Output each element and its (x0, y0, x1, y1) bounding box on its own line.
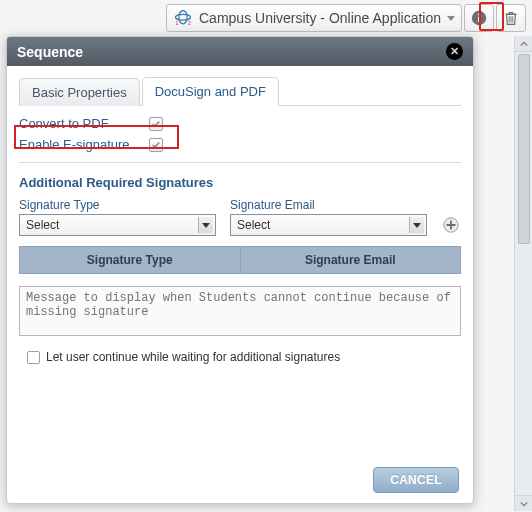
svg-rect-6 (478, 14, 480, 16)
scroll-up-arrow[interactable] (515, 36, 532, 52)
convert-pdf-label: Convert to PDF (19, 116, 149, 131)
check-icon (151, 119, 161, 129)
signature-email-select[interactable]: Select (230, 214, 427, 236)
plus-circle-icon (442, 216, 460, 234)
cancel-button-label: CANCEL (390, 473, 442, 487)
svg-rect-5 (478, 17, 480, 22)
svg-point-0 (179, 11, 187, 24)
tab-docusign-pdf[interactable]: DocuSign and PDF (142, 77, 279, 106)
delete-button[interactable] (496, 4, 526, 32)
row-let-user-continue: Let user continue while waiting for addi… (19, 350, 461, 364)
add-signature-button[interactable] (441, 215, 461, 235)
trash-icon (502, 9, 520, 27)
info-button[interactable] (464, 4, 494, 32)
signature-type-column: Signature Type Select (19, 198, 216, 236)
let-user-continue-checkbox[interactable] (27, 351, 40, 364)
page-title-dropdown[interactable]: 1 2 Campus University - Online Applicati… (166, 4, 462, 32)
dialog-header: Sequence ✕ (7, 37, 473, 66)
app-logo-icon: 1 2 (173, 10, 193, 26)
signature-email-value: Select (237, 218, 270, 232)
check-icon (151, 140, 161, 150)
tab-label: DocuSign and PDF (155, 84, 266, 99)
signature-email-label: Signature Email (230, 198, 427, 212)
dialog-body: Basic Properties DocuSign and PDF Conver… (7, 66, 473, 457)
top-toolbar: 1 2 Campus University - Online Applicati… (166, 4, 526, 32)
signatures-table-header: Signature Type Signature Email (19, 246, 461, 274)
signature-type-label: Signature Type (19, 198, 216, 212)
info-icon (470, 9, 488, 27)
page-title: Campus University - Online Application (199, 10, 441, 26)
dialog-footer: CANCEL (7, 457, 473, 503)
th-signature-email: Signature Email (241, 247, 461, 273)
tab-label: Basic Properties (32, 85, 127, 100)
dialog-title: Sequence (17, 44, 83, 60)
tab-basic-properties[interactable]: Basic Properties (19, 78, 140, 106)
missing-signature-message[interactable] (19, 286, 461, 336)
scroll-thumb[interactable] (518, 54, 530, 244)
svg-text:2: 2 (188, 20, 191, 26)
sequence-dialog: Sequence ✕ Basic Properties DocuSign and… (6, 36, 474, 504)
let-user-continue-label: Let user continue while waiting for addi… (46, 350, 340, 364)
signature-type-value: Select (26, 218, 59, 232)
enable-esignature-label: Enable E-signature (19, 137, 149, 152)
cancel-button[interactable]: CANCEL (373, 467, 459, 493)
row-convert-pdf: Convert to PDF (19, 116, 461, 131)
svg-text:1: 1 (176, 20, 179, 26)
page-scrollbar[interactable] (514, 36, 532, 511)
signature-type-select[interactable]: Select (19, 214, 216, 236)
th-signature-type: Signature Type (20, 247, 241, 273)
signature-email-column: Signature Email Select (230, 198, 427, 236)
enable-esignature-checkbox[interactable] (149, 138, 163, 152)
additional-signatures-title: Additional Required Signatures (19, 175, 461, 190)
signature-input-row: Signature Type Select Signature Email Se… (19, 198, 461, 236)
close-icon: ✕ (450, 45, 459, 58)
row-enable-esignature: Enable E-signature (19, 137, 461, 152)
tab-bar: Basic Properties DocuSign and PDF (19, 76, 461, 106)
scroll-down-arrow[interactable] (515, 495, 532, 511)
convert-pdf-checkbox[interactable] (149, 117, 163, 131)
dialog-close-button[interactable]: ✕ (446, 43, 463, 60)
